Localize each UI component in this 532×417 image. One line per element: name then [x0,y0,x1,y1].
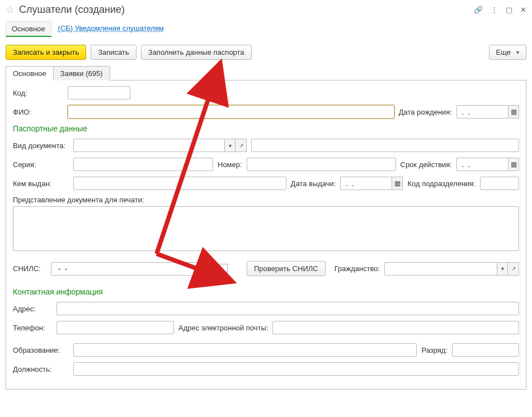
number-input[interactable] [247,158,396,171]
position-input[interactable] [73,362,519,376]
kebab-menu-icon[interactable]: ⋮ [491,6,498,14]
nav-tab-main[interactable]: Основное [6,21,51,37]
snils-checkbox[interactable] [218,264,228,274]
label-position: Должность: [13,365,69,373]
label-code: Код: [13,89,63,97]
citizenship-input[interactable] [384,262,497,276]
label-education: Образование: [13,346,69,354]
label-fio: ФИО: [13,108,63,116]
label-dept-code: Код подразделения: [407,179,475,188]
expiry-input[interactable] [456,158,508,171]
grade-input[interactable] [452,343,519,357]
maximize-icon[interactable]: ▢ [506,6,512,14]
dob-input[interactable] [456,105,508,119]
label-issue-date: Дата выдачи: [291,179,336,188]
label-dob: Дата рождения: [399,108,452,116]
calendar-icon[interactable]: ▦ [508,158,519,171]
series-input[interactable] [73,158,213,171]
email-input[interactable] [272,321,519,334]
link-icon[interactable]: 🔗 [474,6,483,14]
phone-input[interactable] [57,321,174,334]
tab-requests[interactable]: Заявки (695) [53,66,110,80]
fio-input[interactable] [68,105,394,119]
label-address: Адрес: [13,305,52,313]
label-email: Адрес электронной почты: [178,324,268,332]
open-icon[interactable]: ↗ [236,139,247,152]
save-close-button[interactable]: Записать и закрыть [6,45,86,60]
doc-repr-textarea[interactable] [13,206,519,251]
label-expiry: Срок действия: [401,160,453,169]
doc-type-input[interactable] [73,139,224,152]
address-input[interactable] [57,302,519,315]
dropdown-icon[interactable]: ▾ [497,262,508,276]
check-snils-button[interactable]: Проверить СНИЛС [247,261,326,276]
label-doc-type: Вид документа: [13,141,69,150]
section-passport: Паспортные данные [13,124,519,133]
favorite-star-icon[interactable]: ☆ [6,3,15,16]
fill-passport-button[interactable]: Заполнить данные паспорта [141,45,252,60]
issue-date-input[interactable] [340,177,392,190]
education-input[interactable] [73,343,417,357]
label-grade: Разряд: [421,346,448,354]
section-contact: Контактная информация [13,287,519,296]
window-title: Слушатели (создание) [19,4,469,16]
label-issued-by: Кем выдан: [13,179,69,188]
dropdown-icon[interactable]: ▾ [224,139,236,152]
save-button[interactable]: Записать [91,45,136,60]
dept-code-input[interactable] [480,177,519,190]
tab-main[interactable]: Основное [6,66,54,80]
label-citizenship: Гражданство: [335,264,380,273]
calendar-icon[interactable]: ▦ [508,105,519,119]
code-input[interactable] [68,86,130,99]
doc-type-extra-input[interactable] [251,139,519,152]
open-icon[interactable]: ↗ [508,262,519,276]
issued-by-input[interactable] [73,177,286,190]
more-button[interactable]: Еще [489,45,526,60]
nav-link-notifications[interactable]: (СБ) Уведомления слушателям [58,21,164,37]
label-number: Номер: [218,160,242,169]
close-icon[interactable]: ✕ [520,6,526,14]
label-snils: СНИЛС: [13,264,46,273]
snils-input[interactable] [51,262,213,276]
label-series: Серия: [13,160,69,169]
label-doc-repr: Представление документа для печати: [13,196,144,204]
label-phone: Телефон: [13,324,52,332]
calendar-icon[interactable]: ▦ [392,177,403,190]
